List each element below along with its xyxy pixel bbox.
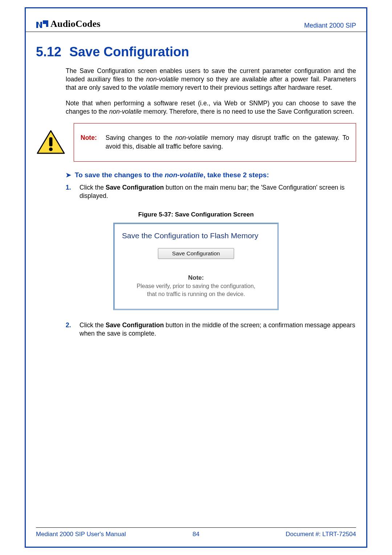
footer-right: Document #: LTRT-72504 — [286, 531, 356, 538]
text-italic: non-volatile — [165, 171, 204, 179]
save-config-screen: Save the Configuration to Flash Memory S… — [113, 223, 279, 310]
footer-left: Mediant 2000 SIP User's Manual — [36, 531, 126, 538]
text-italic: non-volatile — [146, 76, 179, 83]
body-text: The Save Configuration screen enables us… — [26, 60, 366, 116]
logo-text: AudioCodes — [50, 19, 101, 29]
step-text: Click the Save Configuration button on t… — [79, 183, 356, 200]
paragraph-1: The Save Configuration screen enables us… — [66, 67, 356, 92]
text-italic: volatile — [139, 84, 158, 91]
screen-note-text: Please verify, prior to saving the confi… — [120, 282, 272, 298]
procedure-heading-text: To save the changes to the non-volatile,… — [75, 171, 269, 179]
text-run: memory. Therefore, there is no need to u… — [142, 108, 354, 115]
step-text: Click the Save Configuration button in t… — [79, 321, 356, 338]
chevron-right-icon: ➤ — [66, 171, 71, 179]
svg-rect-0 — [43, 20, 48, 22]
page-header: AudioCodes Mediant 2000 SIP — [26, 8, 366, 32]
save-configuration-button[interactable]: Save Configuration — [158, 248, 234, 259]
paragraph-2: Note that when performing a software res… — [66, 99, 356, 116]
page-footer: Mediant 2000 SIP User's Manual 84 Docume… — [36, 527, 356, 538]
audiocodes-logo-icon — [36, 19, 48, 29]
text-italic: non-volatile — [109, 108, 142, 115]
steps-list: 1. Click the Save Configuration button o… — [26, 183, 366, 200]
text-run: Saving changes to the — [106, 134, 175, 141]
note-text: Saving changes to the non-volatile memor… — [106, 134, 349, 151]
footer-page-number: 84 — [193, 531, 200, 538]
text-run: , take these 2 steps: — [203, 171, 269, 179]
step-2: 2. Click the Save Configuration button i… — [66, 321, 356, 338]
note-box: Note: Saving changes to the non-volatile… — [74, 123, 356, 161]
section-number: 5.12 — [36, 44, 61, 59]
steps-list-continued: 2. Click the Save Configuration button i… — [26, 321, 366, 338]
text-run: memory revert to their previous settings… — [159, 84, 332, 91]
figure-body: Save the Configuration to Flash Memory S… — [26, 223, 366, 321]
screen-note-label: Note: — [120, 274, 272, 281]
text-run: Click the — [79, 321, 106, 329]
page-frame: AudioCodes Mediant 2000 SIP 5.12Save Con… — [25, 7, 367, 548]
warning-triangle-icon — [36, 123, 66, 161]
text-run: that no traffic is running on the device… — [147, 291, 245, 297]
text-bold: Save Configuration — [106, 321, 164, 329]
screen-title: Save the Configuration to Flash Memory — [120, 231, 272, 240]
text-run: Please verify, prior to saving the confi… — [137, 283, 256, 289]
step-number: 1. — [66, 183, 74, 200]
figure-caption: Figure 5-37: Save Configuration Screen — [26, 211, 366, 218]
logo: AudioCodes — [36, 19, 101, 29]
procedure-heading: ➤ To save the changes to the non-volatil… — [26, 171, 366, 179]
svg-rect-2 — [49, 137, 53, 146]
svg-point-3 — [49, 147, 53, 151]
note-row: Note: Saving changes to the non-volatile… — [26, 123, 366, 161]
text-italic: non-volatile — [175, 134, 208, 141]
header-product-name: Mediant 2000 SIP — [304, 22, 356, 29]
step-1: 1. Click the Save Configuration button o… — [66, 183, 356, 200]
text-run: Click the — [79, 184, 106, 191]
text-bold: Save Configuration — [106, 184, 164, 191]
step-number: 2. — [66, 321, 74, 338]
section-heading: 5.12Save Configuration — [26, 32, 366, 60]
text-run: To save the changes to the — [75, 171, 165, 179]
section-title-text: Save Configuration — [69, 44, 189, 59]
note-label: Note: — [81, 134, 97, 151]
